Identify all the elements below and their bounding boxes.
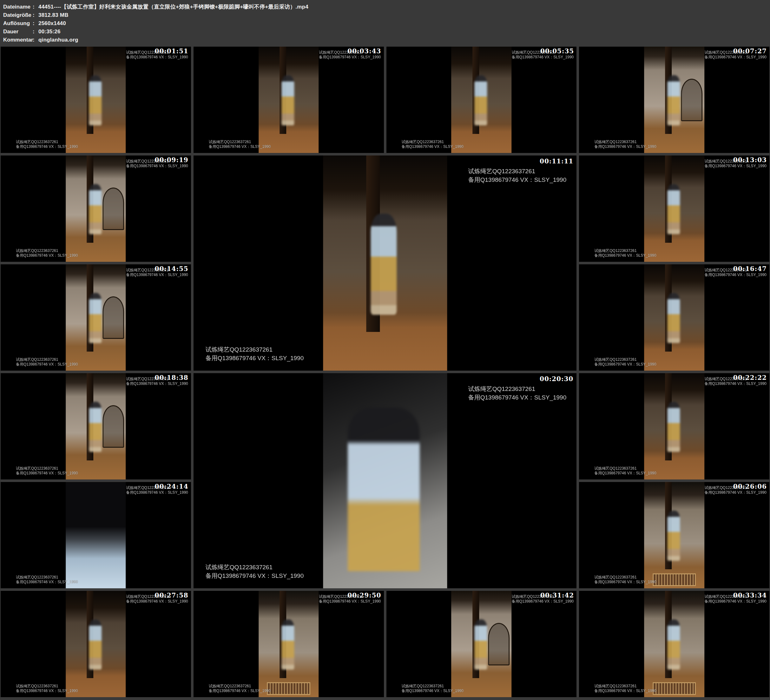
meta-label: Dauer — [3, 28, 33, 36]
watermark-top-right: 试炼绳艺QQ1223637261备用Q1398679746 VX：SLSY_19… — [468, 385, 567, 402]
timestamp-overlay: 00:18:38 — [155, 374, 188, 381]
figure-placeholder — [89, 184, 102, 234]
video-thumbnail[interactable]: 试炼绳艺QQ1223637261备用Q1398679746 VX：SLSY_19… — [579, 591, 769, 697]
video-thumbnail[interactable]: 试炼绳艺QQ1223637261备用Q1398679746 VX：SLSY_19… — [579, 373, 769, 480]
video-thumbnail-large[interactable]: 00:20:30 试炼绳艺QQ1223637261备用Q1398679746 V… — [194, 373, 577, 588]
arched-window-shape — [102, 188, 124, 230]
timestamp-overlay: 00:27:58 — [155, 591, 188, 599]
video-thumbnail[interactable]: 试炼绳艺QQ1223637261备用Q1398679746 VX：SLSY_19… — [1, 373, 191, 480]
comment-value: qinglanhua.org — [39, 37, 78, 43]
meta-label: Dateiname — [3, 3, 33, 11]
timestamp-overlay: 00:20:30 — [540, 375, 573, 383]
figure-placeholder — [667, 402, 680, 452]
video-thumbnail[interactable]: 试炼绳艺QQ1223637261备用Q1398679746 VX：SLSY_19… — [1, 591, 191, 697]
video-thumbnail[interactable]: 试炼绳艺QQ1223637261备用Q1398679746 VX：SLSY_19… — [194, 47, 384, 153]
meta-separator: : — [33, 36, 39, 44]
video-frame-placeholder — [644, 47, 704, 153]
video-thumbnail[interactable]: 试炼绳艺QQ1223637261备用Q1398679746 VX：SLSY_19… — [579, 47, 769, 153]
watermark-bottom-left: 试炼绳艺QQ1223637261备用Q1398679746 VX：SLSY_19… — [594, 575, 656, 585]
figure-placeholder — [89, 619, 102, 669]
video-thumbnail[interactable]: 试炼绳艺QQ1223637261备用Q1398679746 VX：SLSY_19… — [1, 264, 191, 371]
watermark-bottom-left: 试炼绳艺QQ1223637261备用Q1398679746 VX：SLSY_19… — [594, 466, 656, 476]
watermark-bottom-left: 试炼绳艺QQ1223637261备用Q1398679746 VX：SLSY_19… — [209, 139, 271, 149]
video-thumbnail[interactable]: 试炼绳艺QQ1223637261备用Q1398679746 VX：SLSY_19… — [387, 47, 577, 153]
file-metadata-header: Dateiname:44451----【试炼工作室】好利来女孩金属放置（直立限位… — [0, 0, 770, 46]
watermark-bottom-left: 试炼绳艺QQ1223637261备用Q1398679746 VX：SLSY_19… — [594, 357, 656, 367]
figure-placeholder — [371, 214, 397, 315]
timestamp-overlay: 00:33:34 — [733, 591, 767, 599]
watermark-top-right: 试炼绳艺QQ1223637261备用Q1398679746 VX：SLSY_19… — [468, 167, 567, 184]
arched-window-shape — [102, 297, 124, 339]
video-thumbnail[interactable]: 试炼绳艺QQ1223637261备用Q1398679746 VX：SLSY_19… — [1, 156, 191, 262]
video-thumbnail-large[interactable]: 00:11:11 试炼绳艺QQ1223637261备用Q1398679746 V… — [194, 156, 577, 371]
video-thumbnail[interactable]: 试炼绳艺QQ1223637261备用Q1398679746 VX：SLSY_19… — [1, 482, 191, 588]
figure-placeholder — [667, 293, 680, 343]
timestamp-overlay: 00:05:35 — [540, 47, 574, 55]
meta-row-resolution: Auflösung:2560x1440 — [3, 19, 770, 28]
timestamp-overlay: 00:07:27 — [733, 47, 767, 55]
video-frame-placeholder — [66, 264, 126, 371]
timestamp-overlay: 00:16:47 — [733, 265, 767, 272]
video-frame-placeholder — [644, 482, 704, 588]
rug-shape — [653, 682, 696, 695]
watermark-bottom-left: 试炼绳艺QQ1223637261备用Q1398679746 VX：SLSY_19… — [594, 248, 656, 258]
video-frame-placeholder — [323, 156, 447, 371]
watermark-bottom-left: 试炼绳艺QQ1223637261备用Q1398679746 VX：SLSY_19… — [205, 563, 304, 580]
timestamp-overlay: 00:03:43 — [348, 47, 381, 55]
video-thumbnail[interactable]: 试炼绳艺QQ1223637261备用Q1398679746 VX：SLSY_19… — [194, 591, 384, 697]
watermark-bottom-left: 试炼绳艺QQ1223637261备用Q1398679746 VX：SLSY_19… — [209, 684, 271, 694]
figure-placeholder — [667, 510, 680, 561]
watermark-bottom-left: 试炼绳艺QQ1223637261备用Q1398679746 VX：SLSY_19… — [16, 248, 78, 258]
figure-placeholder — [89, 293, 102, 343]
timestamp-overlay: 00:01:51 — [155, 47, 188, 55]
watermark-bottom-left: 试炼绳艺QQ1223637261备用Q1398679746 VX：SLSY_19… — [16, 466, 78, 476]
video-frame-placeholder — [66, 482, 126, 588]
watermark-bottom-left: 试炼绳艺QQ1223637261备用Q1398679746 VX：SLSY_19… — [594, 684, 656, 694]
meta-label: Dateigröße — [3, 11, 33, 19]
video-thumbnail[interactable]: 试炼绳艺QQ1223637261备用Q1398679746 VX：SLSY_19… — [579, 156, 769, 262]
watermark-bottom-left: 试炼绳艺QQ1223637261备用Q1398679746 VX：SLSY_19… — [402, 139, 464, 149]
timestamp-overlay: 00:22:22 — [733, 374, 767, 381]
meta-separator: : — [33, 28, 39, 36]
video-thumbnail[interactable]: 试炼绳艺QQ1223637261备用Q1398679746 VX：SLSY_19… — [387, 591, 577, 697]
meta-label: Kommentar — [3, 36, 33, 44]
video-frame-placeholder — [66, 47, 126, 153]
timestamp-overlay: 00:29:50 — [348, 591, 381, 599]
video-frame-placeholder — [323, 373, 447, 588]
watermark-bottom-left: 试炼绳艺QQ1223637261备用Q1398679746 VX：SLSY_19… — [594, 139, 656, 149]
watermark-bottom-left: 试炼绳艺QQ1223637261备用Q1398679746 VX：SLSY_19… — [16, 357, 78, 367]
rug-shape — [267, 682, 310, 695]
timestamp-overlay: 00:24:14 — [155, 483, 188, 490]
meta-row-duration: Dauer:00:35:26 — [3, 28, 770, 36]
meta-separator: : — [33, 11, 39, 19]
arched-window-shape — [681, 79, 702, 121]
video-thumbnail[interactable]: 试炼绳艺QQ1223637261备用Q1398679746 VX：SLSY_19… — [579, 482, 769, 588]
video-frame-placeholder — [259, 47, 319, 153]
arched-window-shape — [102, 405, 124, 448]
filesize-value: 3812.83 MB — [39, 12, 68, 18]
filename-value: 44451----【试炼工作室】好利来女孩金属放置（直立限位+郊狼+手铐脚镣+极… — [39, 4, 308, 10]
video-frame-placeholder — [66, 373, 126, 480]
timestamp-overlay: 00:09:19 — [155, 156, 188, 164]
rug-shape — [653, 574, 696, 586]
meta-label: Auflösung — [3, 19, 33, 28]
meta-row-comment: Kommentar:qinglanhua.org — [3, 36, 770, 44]
video-frame-placeholder — [66, 591, 126, 697]
figure-placeholder — [89, 402, 102, 452]
timestamp-overlay: 00:13:03 — [733, 156, 767, 164]
figure-placeholder — [667, 184, 680, 234]
meta-row-filename: Dateiname:44451----【试炼工作室】好利来女孩金属放置（直立限位… — [3, 3, 770, 11]
video-thumbnail[interactable]: 试炼绳艺QQ1223637261备用Q1398679746 VX：SLSY_19… — [1, 47, 191, 153]
watermark-bottom-left: 试炼绳艺QQ1223637261备用Q1398679746 VX：SLSY_19… — [16, 684, 78, 694]
duration-value: 00:35:26 — [39, 29, 61, 35]
arched-window-shape — [488, 623, 510, 665]
figure-placeholder — [475, 75, 487, 125]
video-frame-placeholder — [66, 156, 126, 262]
meta-separator: : — [33, 19, 39, 28]
video-thumbnail[interactable]: 试炼绳艺QQ1223637261备用Q1398679746 VX：SLSY_19… — [579, 264, 769, 371]
timestamp-overlay: 00:14:55 — [155, 265, 188, 272]
meta-row-filesize: Dateigröße:3812.83 MB — [3, 11, 770, 19]
video-frame-placeholder — [644, 591, 704, 697]
watermark-bottom-left: 试炼绳艺QQ1223637261备用Q1398679746 VX：SLSY_19… — [16, 139, 78, 149]
meta-separator: : — [33, 3, 39, 11]
